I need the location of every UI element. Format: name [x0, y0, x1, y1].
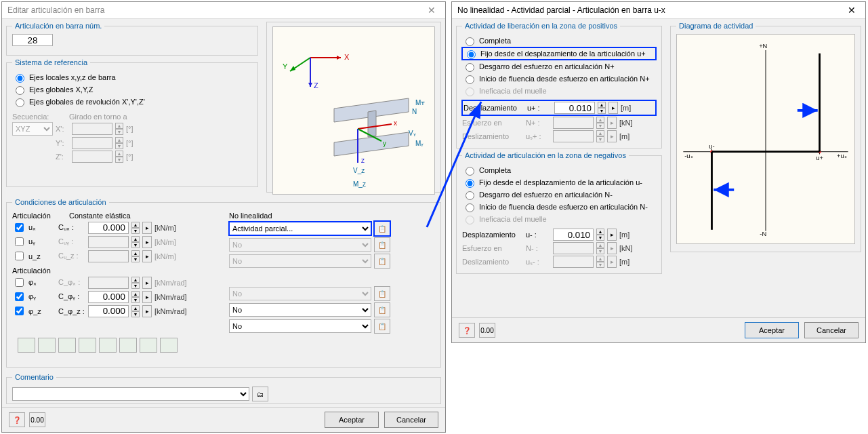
svg-text:x: x	[394, 119, 397, 127]
radio-neg-ineff	[466, 216, 474, 224]
subhead-articulation: Articulación	[12, 267, 66, 275]
label-phiz: φ_z	[28, 307, 56, 315]
comment-library-button[interactable]: 🗂	[252, 387, 268, 401]
svg-text:Z: Z	[314, 81, 318, 90]
nonlin-edit-ux-button[interactable]: 📋	[374, 221, 390, 236]
svg-text:Mᴛ: Mᴛ	[415, 99, 425, 106]
preset-tool-3[interactable]	[58, 338, 76, 353]
svg-text:+N: +N	[759, 43, 767, 50]
check-uy[interactable]	[15, 237, 24, 246]
rotZ-label: Z':	[56, 153, 69, 161]
fieldset-conditions: Condiciones de articulación Articulación…	[6, 198, 441, 368]
svg-text:N: N	[412, 108, 417, 115]
input-cphiy[interactable]	[88, 291, 129, 303]
check-ux[interactable]	[15, 223, 24, 232]
preset-tool-7[interactable]	[140, 338, 157, 353]
neg-desp-input[interactable]	[553, 229, 594, 241]
units-icon[interactable]: 0.00	[29, 412, 45, 427]
label-neg-tear: Desgarro del esfuerzo en articulación N-	[479, 191, 613, 199]
svg-text:+uₓ: +uₓ	[837, 153, 847, 159]
fieldset-number: Articulación en barra núm.	[6, 22, 258, 56]
accept-button-right[interactable]: Aceptar	[745, 322, 799, 338]
input-cphiz[interactable]	[88, 305, 129, 317]
col-articulation: Articulación	[12, 212, 66, 220]
svg-text:Y: Y	[283, 62, 288, 71]
radio-local-axes[interactable]	[16, 74, 24, 83]
svg-marker-11	[368, 111, 376, 137]
diagram-svg: +N -N +uₓ -uₓ u+ u-	[677, 35, 854, 243]
pos-desp-unit: [m]	[621, 104, 655, 112]
col-elastic-constant: Constante elástica	[69, 212, 131, 220]
pos-desl-sym: uₛ+ :	[526, 132, 550, 141]
radio-revolution-axes[interactable]	[16, 98, 24, 107]
preview-3d-canvas: X Y Z x y z N Mᴛ Vᵧ Mᵧ	[272, 26, 435, 195]
pos-desl-unit: [m]	[619, 132, 653, 140]
rotY-input	[72, 137, 112, 149]
input-cux[interactable]	[88, 222, 129, 234]
pos-desp-input[interactable]	[554, 102, 595, 114]
fieldset-reference: Sistema de referencia Ejes locales x,y,z…	[6, 58, 258, 187]
pos-desl-input	[553, 130, 594, 142]
neg-esf-sym: N- :	[526, 244, 550, 252]
check-phiy[interactable]	[15, 292, 24, 301]
nonlin-select-phix: No	[229, 287, 371, 300]
label-cphiz: C_φ_z :	[58, 307, 85, 315]
accept-button-left[interactable]: Aceptar	[325, 412, 379, 428]
help-icon-right[interactable]: ❓	[459, 323, 475, 338]
fieldset-negative: Actividad de articulación en la zona de …	[456, 151, 662, 274]
preset-tool-5[interactable]	[99, 338, 117, 353]
svg-text:y: y	[383, 140, 386, 147]
check-phiz[interactable]	[15, 307, 24, 315]
units-icon-right[interactable]: 0.00	[479, 323, 495, 338]
svg-text:V_z: V_z	[353, 167, 365, 174]
svg-marker-7	[308, 83, 312, 87]
radio-pos-fixed[interactable]	[467, 50, 476, 59]
nonlin-select-ux[interactable]: Actividad parcial...	[229, 222, 371, 235]
label-cuz: Cᵤ_z :	[58, 252, 85, 260]
svg-marker-1	[337, 56, 341, 60]
neg-desp-sym: u- :	[526, 231, 550, 239]
check-uz[interactable]	[15, 252, 24, 260]
label-pos-fixed: Fijo desde el desplazamiento de la artic…	[480, 50, 646, 58]
cancel-button-left[interactable]: Cancelar	[384, 412, 438, 428]
close-icon[interactable]: ✕	[423, 5, 440, 16]
radio-neg-fixed[interactable]	[466, 179, 474, 188]
title-right: No linealidad - Actividad parcial - Arti…	[457, 5, 665, 15]
preset-tool-4[interactable]	[79, 338, 96, 353]
check-phix[interactable]	[15, 278, 24, 287]
svg-text:X: X	[344, 53, 350, 61]
radio-neg-yield[interactable]	[466, 203, 474, 212]
preset-tool-1[interactable]	[18, 338, 35, 353]
svg-text:u-: u-	[709, 143, 714, 150]
close-icon-right[interactable]: ✕	[844, 5, 860, 16]
radio-neg-complete[interactable]	[466, 167, 474, 176]
radio-pos-yield[interactable]	[466, 75, 474, 84]
sequence-select: XYZ	[12, 122, 53, 136]
svg-text:-uₓ: -uₓ	[684, 153, 693, 159]
comment-select[interactable]	[12, 387, 249, 401]
nonlin-select-phiz[interactable]: No	[229, 319, 371, 333]
nonlin-edit-phix-button: 📋	[374, 286, 390, 301]
preset-tool-8[interactable]	[160, 338, 178, 353]
unit-cphix: [kNm/rad]	[154, 279, 188, 287]
nonlin-select-phiy[interactable]: No	[229, 303, 371, 317]
cancel-button-right[interactable]: Cancelar	[804, 322, 859, 338]
radio-pos-tear[interactable]	[466, 63, 474, 72]
neg-desl-unit: [m]	[619, 258, 653, 266]
pos-esf-label: Esfuerzo en	[462, 119, 523, 127]
radio-pos-complete[interactable]	[466, 37, 474, 46]
radio-global-axes[interactable]	[16, 86, 24, 95]
radio-neg-tear[interactable]	[466, 191, 474, 200]
preset-tool-6[interactable]	[119, 338, 137, 353]
neg-esf-input	[553, 242, 594, 254]
neg-esf-unit: [kN]	[619, 244, 653, 252]
title-left: Editar articulación en barra	[7, 5, 104, 15]
nonlin-edit-uz-button: 📋	[374, 254, 390, 269]
label-phix: φₓ	[28, 278, 56, 287]
preset-tool-2[interactable]	[38, 338, 56, 353]
nonlin-select-uz: No	[229, 254, 371, 268]
label-cuy: Cᵤᵧ :	[58, 237, 85, 246]
help-icon[interactable]: ❓	[9, 412, 25, 427]
hinge-number-input[interactable]	[12, 34, 53, 46]
fieldset-positive: Actividad de liberación en la zona de po…	[456, 22, 662, 149]
